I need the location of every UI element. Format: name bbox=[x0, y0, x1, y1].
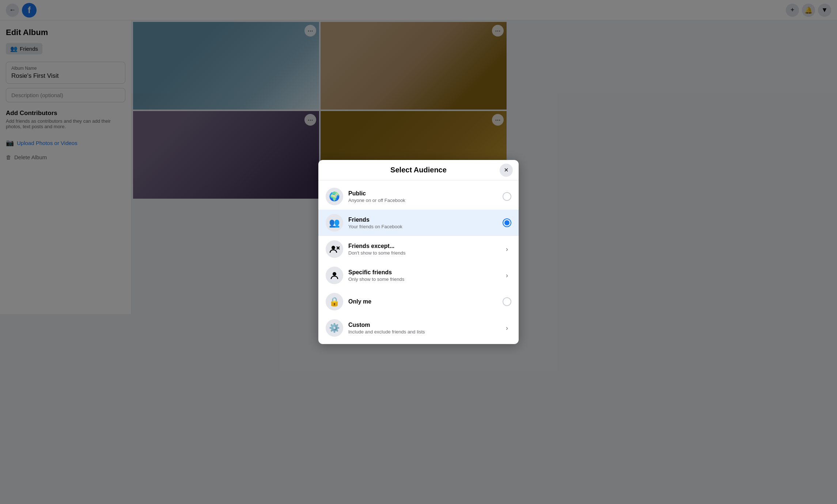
svg-point-3 bbox=[333, 272, 336, 276]
audience-friends-except-text: Friends except... Don't show to some fri… bbox=[348, 243, 497, 256]
audience-friends-desc: Your friends on Facebook bbox=[348, 224, 497, 229]
only-me-icon: 🔒 bbox=[326, 293, 343, 310]
specific-friends-icon bbox=[326, 267, 343, 284]
modal-body: 🌍 Public Anyone on or off Facebook 👥 Fri… bbox=[318, 180, 508, 314]
audience-friends-except-name: Friends except... bbox=[348, 243, 497, 249]
audience-public-name: Public bbox=[348, 190, 497, 197]
audience-option-only-me[interactable]: 🔒 Only me bbox=[318, 289, 508, 314]
friends-radio[interactable] bbox=[503, 218, 508, 227]
specific-friends-chevron: › bbox=[503, 272, 508, 279]
audience-friends-except-desc: Don't show to some friends bbox=[348, 250, 497, 256]
modal-overlay[interactable]: Select Audience × 🌍 Public Anyone on or … bbox=[0, 0, 508, 314]
audience-only-me-text: Only me bbox=[348, 298, 497, 305]
audience-option-public[interactable]: 🌍 Public Anyone on or off Facebook bbox=[318, 183, 508, 210]
public-icon: 🌍 bbox=[326, 188, 343, 205]
audience-specific-friends-name: Specific friends bbox=[348, 269, 497, 276]
audience-specific-friends-desc: Only show to some friends bbox=[348, 276, 497, 282]
modal-close-button[interactable]: × bbox=[500, 164, 508, 177]
audience-option-friends[interactable]: 👥 Friends Your friends on Facebook bbox=[318, 210, 508, 236]
public-radio[interactable] bbox=[503, 192, 508, 201]
audience-public-desc: Anyone on or off Facebook bbox=[348, 198, 497, 203]
svg-point-0 bbox=[332, 246, 335, 249]
audience-only-me-name: Only me bbox=[348, 298, 497, 305]
audience-option-specific-friends[interactable]: Specific friends Only show to some frien… bbox=[318, 262, 508, 289]
audience-specific-friends-text: Specific friends Only show to some frien… bbox=[348, 269, 497, 282]
friends-radio-inner bbox=[504, 220, 508, 225]
audience-public-text: Public Anyone on or off Facebook bbox=[348, 190, 497, 203]
friends-except-chevron: › bbox=[503, 245, 508, 253]
friends-audience-icon: 👥 bbox=[326, 214, 343, 232]
friends-except-icon bbox=[326, 240, 343, 258]
only-me-radio[interactable] bbox=[503, 297, 508, 306]
audience-friends-text: Friends Your friends on Facebook bbox=[348, 217, 497, 229]
select-audience-modal: Select Audience × 🌍 Public Anyone on or … bbox=[318, 160, 508, 314]
audience-friends-name: Friends bbox=[348, 217, 497, 223]
audience-option-friends-except[interactable]: Friends except... Don't show to some fri… bbox=[318, 236, 508, 262]
modal-header: Select Audience × bbox=[318, 160, 508, 180]
modal-title: Select Audience bbox=[326, 166, 508, 174]
